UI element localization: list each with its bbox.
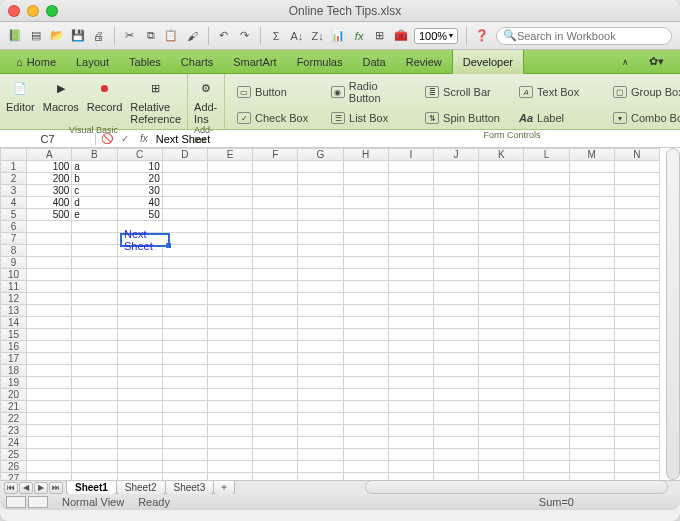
- cell-N8[interactable]: [614, 245, 659, 257]
- cell-F18[interactable]: [253, 365, 298, 377]
- cell-B18[interactable]: [72, 365, 117, 377]
- cell-D15[interactable]: [162, 329, 207, 341]
- cell-G26[interactable]: [298, 461, 343, 473]
- cell-H24[interactable]: [343, 437, 388, 449]
- cell-M4[interactable]: [569, 197, 614, 209]
- cell-E10[interactable]: [207, 269, 252, 281]
- cell-N1[interactable]: [614, 161, 659, 173]
- cell-L20[interactable]: [524, 389, 569, 401]
- sheet-nav-first[interactable]: ⏮: [4, 482, 18, 494]
- cell-B21[interactable]: [72, 401, 117, 413]
- cell-E11[interactable]: [207, 281, 252, 293]
- cell-E9[interactable]: [207, 257, 252, 269]
- cell-I16[interactable]: [388, 341, 433, 353]
- cell-L2[interactable]: [524, 173, 569, 185]
- cell-E5[interactable]: [207, 209, 252, 221]
- fc-spin[interactable]: ⇅Spin Button: [425, 106, 505, 130]
- cell-F26[interactable]: [253, 461, 298, 473]
- format-painter-icon[interactable]: 🖌: [185, 28, 200, 44]
- cell-C25[interactable]: [117, 449, 162, 461]
- cell-C24[interactable]: [117, 437, 162, 449]
- cell-K23[interactable]: [479, 425, 524, 437]
- cell-L3[interactable]: [524, 185, 569, 197]
- cell-H18[interactable]: [343, 365, 388, 377]
- cell-M18[interactable]: [569, 365, 614, 377]
- cell-E16[interactable]: [207, 341, 252, 353]
- ribbon-settings[interactable]: ✿▾: [639, 50, 674, 74]
- cell-L19[interactable]: [524, 377, 569, 389]
- cell-E3[interactable]: [207, 185, 252, 197]
- cell-J8[interactable]: [433, 245, 478, 257]
- cell-J23[interactable]: [433, 425, 478, 437]
- cell-D17[interactable]: [162, 353, 207, 365]
- cell-L21[interactable]: [524, 401, 569, 413]
- cell-J13[interactable]: [433, 305, 478, 317]
- cell-C21[interactable]: [117, 401, 162, 413]
- cell-L12[interactable]: [524, 293, 569, 305]
- sheet-tab-3[interactable]: Sheet3: [165, 481, 215, 495]
- cell-M5[interactable]: [569, 209, 614, 221]
- row-header-9[interactable]: 9: [1, 257, 27, 269]
- cell-D23[interactable]: [162, 425, 207, 437]
- cell-M6[interactable]: [569, 221, 614, 233]
- cell-G23[interactable]: [298, 425, 343, 437]
- cell-J24[interactable]: [433, 437, 478, 449]
- cell-I7[interactable]: [388, 233, 433, 245]
- cell-B24[interactable]: [72, 437, 117, 449]
- col-header-L[interactable]: L: [524, 149, 569, 161]
- cell-J9[interactable]: [433, 257, 478, 269]
- cell-B12[interactable]: [72, 293, 117, 305]
- cell-B22[interactable]: [72, 413, 117, 425]
- fc-listbox[interactable]: ☰List Box: [331, 106, 411, 130]
- sheet-tab-2[interactable]: Sheet2: [116, 481, 166, 495]
- cell-J10[interactable]: [433, 269, 478, 281]
- cell-M17[interactable]: [569, 353, 614, 365]
- cell-A19[interactable]: [27, 377, 72, 389]
- cell-J17[interactable]: [433, 353, 478, 365]
- cell-B14[interactable]: [72, 317, 117, 329]
- row-header-13[interactable]: 13: [1, 305, 27, 317]
- cell-K1[interactable]: [479, 161, 524, 173]
- col-header-C[interactable]: C: [117, 149, 162, 161]
- cell-I25[interactable]: [388, 449, 433, 461]
- cell-F3[interactable]: [253, 185, 298, 197]
- cell-G25[interactable]: [298, 449, 343, 461]
- cell-L1[interactable]: [524, 161, 569, 173]
- sheet-nav-prev[interactable]: ◀: [19, 482, 33, 494]
- sheet-nav-next[interactable]: ▶: [34, 482, 48, 494]
- cell-A8[interactable]: [27, 245, 72, 257]
- cell-G5[interactable]: [298, 209, 343, 221]
- new-icon[interactable]: ▤: [29, 28, 44, 44]
- cell-L16[interactable]: [524, 341, 569, 353]
- cell-E1[interactable]: [207, 161, 252, 173]
- cell-A1[interactable]: 100: [27, 161, 72, 173]
- cell-K19[interactable]: [479, 377, 524, 389]
- cell-C10[interactable]: [117, 269, 162, 281]
- cell-M13[interactable]: [569, 305, 614, 317]
- row-header-24[interactable]: 24: [1, 437, 27, 449]
- cell-E24[interactable]: [207, 437, 252, 449]
- cell-N20[interactable]: [614, 389, 659, 401]
- cell-K22[interactable]: [479, 413, 524, 425]
- row-header-20[interactable]: 20: [1, 389, 27, 401]
- cell-B11[interactable]: [72, 281, 117, 293]
- cell-A14[interactable]: [27, 317, 72, 329]
- cell-N2[interactable]: [614, 173, 659, 185]
- cell-B5[interactable]: e: [72, 209, 117, 221]
- cell-L23[interactable]: [524, 425, 569, 437]
- cell-L26[interactable]: [524, 461, 569, 473]
- copy-icon[interactable]: ⧉: [143, 28, 158, 44]
- cell-D3[interactable]: [162, 185, 207, 197]
- cell-E6[interactable]: [207, 221, 252, 233]
- cell-D7[interactable]: [162, 233, 207, 245]
- cell-G22[interactable]: [298, 413, 343, 425]
- cell-M9[interactable]: [569, 257, 614, 269]
- cell-M26[interactable]: [569, 461, 614, 473]
- cell-G8[interactable]: [298, 245, 343, 257]
- cell-M11[interactable]: [569, 281, 614, 293]
- cell-B3[interactable]: c: [72, 185, 117, 197]
- cell-J12[interactable]: [433, 293, 478, 305]
- cell-M14[interactable]: [569, 317, 614, 329]
- cell-A9[interactable]: [27, 257, 72, 269]
- cell-K11[interactable]: [479, 281, 524, 293]
